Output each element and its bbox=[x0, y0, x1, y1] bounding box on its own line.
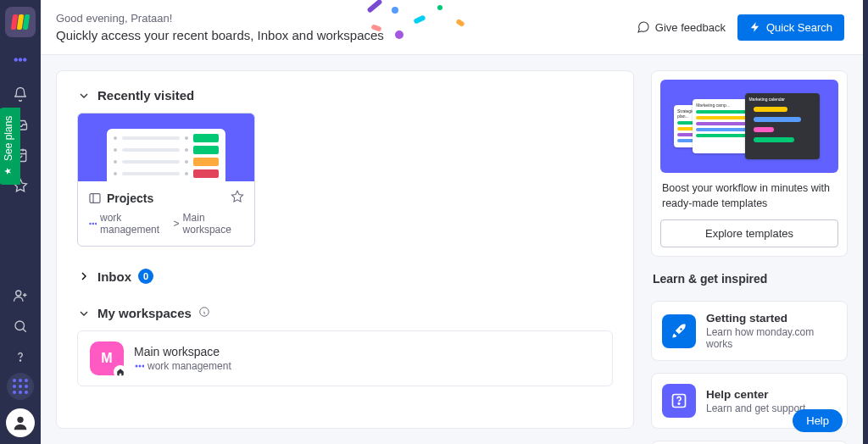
work-management-mini-icon bbox=[88, 219, 97, 229]
workspace-card-main[interactable]: M Main workspace work management bbox=[77, 330, 613, 386]
rocket-icon bbox=[662, 314, 696, 348]
info-icon[interactable] bbox=[198, 306, 210, 320]
svg-point-4 bbox=[17, 417, 23, 423]
invite-members-icon[interactable] bbox=[0, 281, 41, 310]
greeting-block: Good evening, Prataan! Quickly access yo… bbox=[56, 12, 384, 42]
board-workspace: Main workspace bbox=[183, 212, 244, 236]
recently-visited-header[interactable]: Recently visited bbox=[77, 88, 613, 103]
recently-visited-label: Recently visited bbox=[97, 88, 194, 103]
inbox-header[interactable]: Inbox 0 bbox=[77, 269, 613, 284]
my-workspaces-label: My workspaces bbox=[97, 306, 192, 320]
webinar-card[interactable]: Join a webinar Watch a live walkthrough bbox=[651, 441, 848, 444]
templates-hero: Strategic plan... Marketing camp... Mark… bbox=[660, 80, 838, 173]
card-sub: Learn how monday.com works bbox=[706, 326, 837, 350]
svg-point-15 bbox=[678, 403, 680, 405]
svg-point-12 bbox=[142, 365, 145, 368]
center-column: Recently visited Projects bbox=[56, 70, 634, 429]
work-management-icon[interactable] bbox=[0, 49, 41, 78]
svg-point-1 bbox=[16, 291, 21, 296]
card-title: Getting started bbox=[706, 312, 837, 325]
greeting-line: Good evening, Prataan! bbox=[56, 12, 384, 25]
board-sep: > bbox=[174, 218, 180, 230]
svg-point-8 bbox=[95, 223, 97, 225]
left-rail: See plans bbox=[0, 0, 41, 444]
board-card-projects[interactable]: Projects work management > Main workspac… bbox=[77, 113, 255, 247]
chevron-down-icon bbox=[77, 307, 91, 320]
right-column: Strategic plan... Marketing camp... Mark… bbox=[651, 70, 848, 429]
help-floating-button[interactable]: Help bbox=[793, 409, 843, 432]
content-scroll: Recently visited Projects bbox=[41, 55, 863, 444]
help-center-icon bbox=[662, 384, 696, 418]
profile-avatar[interactable] bbox=[6, 408, 35, 437]
board-thumbnail bbox=[78, 114, 254, 181]
svg-point-7 bbox=[92, 223, 95, 225]
templates-card: Strategic plan... Marketing camp... Mark… bbox=[651, 70, 848, 257]
notifications-icon[interactable] bbox=[0, 80, 41, 108]
board-product: work management bbox=[100, 212, 170, 236]
see-plans-label: See plans bbox=[3, 116, 14, 161]
topbar: Good evening, Prataan! Quickly access yo… bbox=[41, 0, 863, 55]
svg-point-10 bbox=[136, 365, 138, 368]
greeting-sub: Quickly access your recent boards, Inbox… bbox=[56, 28, 384, 42]
apps-icon[interactable] bbox=[7, 373, 34, 400]
search-icon[interactable] bbox=[0, 312, 41, 341]
workspace-letter: M bbox=[101, 351, 112, 366]
workspace-avatar: M bbox=[90, 341, 124, 375]
workspace-name: Main workspace bbox=[134, 345, 231, 358]
board-icon bbox=[88, 191, 102, 205]
quick-search-label: Quick Search bbox=[766, 21, 832, 34]
svg-rect-5 bbox=[90, 194, 100, 203]
explore-templates-button[interactable]: Explore templates bbox=[660, 219, 838, 247]
help-icon[interactable] bbox=[0, 342, 41, 371]
svg-point-2 bbox=[15, 321, 25, 330]
work-management-mini-icon bbox=[134, 361, 144, 371]
give-feedback-label: Give feedback bbox=[655, 21, 726, 34]
svg-point-3 bbox=[19, 360, 20, 361]
feedback-icon bbox=[637, 20, 650, 34]
my-workspaces-header[interactable]: My workspaces bbox=[77, 306, 613, 320]
svg-point-13 bbox=[680, 328, 682, 330]
main-area: Good evening, Prataan! Quickly access yo… bbox=[41, 0, 863, 444]
favorite-star-button[interactable] bbox=[231, 190, 244, 207]
inbox-count-badge: 0 bbox=[138, 269, 153, 284]
learn-header: Learn & get inspired bbox=[651, 269, 848, 289]
see-plans-button[interactable]: See plans bbox=[0, 108, 20, 185]
workspace-product: work management bbox=[147, 360, 231, 372]
svg-point-6 bbox=[89, 223, 92, 225]
chevron-down-icon bbox=[77, 89, 91, 103]
getting-started-card[interactable]: Getting started Learn how monday.com wor… bbox=[651, 301, 848, 361]
quick-search-button[interactable]: Quick Search bbox=[737, 14, 844, 41]
give-feedback-button[interactable]: Give feedback bbox=[637, 20, 726, 34]
chevron-right-icon bbox=[77, 269, 91, 283]
bolt-icon bbox=[749, 21, 761, 33]
inbox-label: Inbox bbox=[97, 269, 131, 284]
board-title: Projects bbox=[107, 191, 225, 205]
card-sub: Learn and get support bbox=[706, 402, 805, 414]
card-title: Help center bbox=[706, 388, 805, 401]
svg-point-11 bbox=[139, 365, 142, 368]
templates-blurb: Boost your workflow in minutes with read… bbox=[662, 181, 837, 211]
scrollbar-track[interactable] bbox=[863, 0, 868, 444]
home-icon bbox=[114, 365, 127, 379]
app-logo[interactable] bbox=[5, 7, 36, 37]
